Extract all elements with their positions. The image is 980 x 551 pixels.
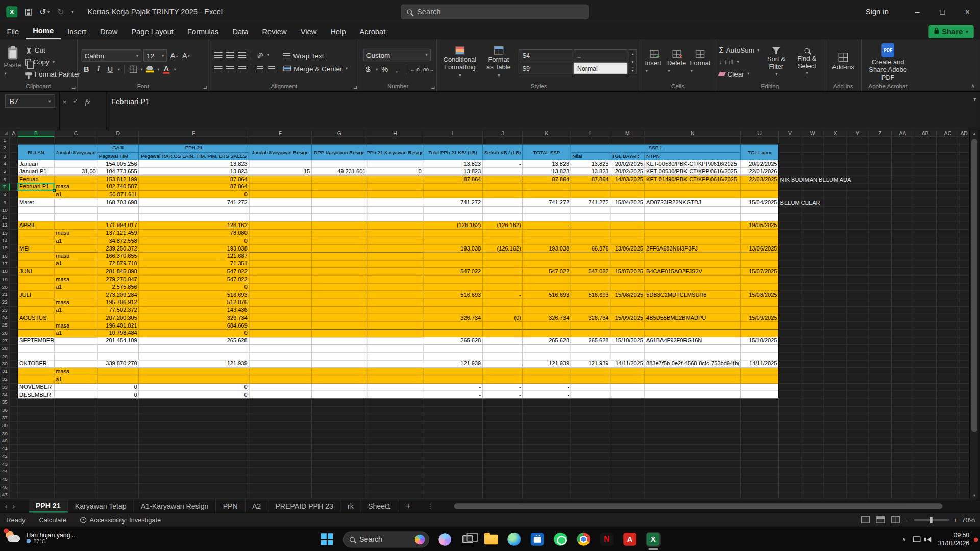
cell-L11[interactable]: [571, 214, 610, 222]
netflix-button[interactable]: N: [599, 532, 614, 546]
cell-E14[interactable]: 0: [139, 237, 249, 245]
cell-D26[interactable]: 10.798.484: [97, 330, 139, 337]
cell-F7[interactable]: [249, 183, 312, 191]
cell-H6[interactable]: [368, 176, 423, 183]
column-header-z[interactable]: Z: [869, 130, 892, 137]
cell-U8[interactable]: [741, 191, 779, 198]
cell-H28[interactable]: [368, 345, 423, 353]
cell-H7[interactable]: [368, 183, 423, 191]
cell-H22[interactable]: [368, 299, 423, 307]
cell-F26[interactable]: [249, 330, 312, 337]
row-header-37[interactable]: 37: [0, 414, 10, 422]
row-header-35[interactable]: 35: [0, 399, 10, 407]
cell-C31[interactable]: masa: [55, 368, 98, 375]
cell-K23[interactable]: [523, 307, 571, 314]
add-ins-button[interactable]: Add-ins: [829, 53, 857, 71]
column-header-ad[interactable]: AD: [959, 130, 969, 137]
cell-J21[interactable]: -: [483, 291, 523, 298]
cell-J10[interactable]: [483, 206, 523, 214]
row-header-5[interactable]: 5: [0, 168, 10, 176]
cell-H29[interactable]: [368, 353, 423, 360]
cell-J19[interactable]: [483, 276, 523, 283]
cell-B28[interactable]: [18, 345, 55, 353]
comma-style-button[interactable]: ,: [391, 64, 402, 75]
number-format-select[interactable]: Custom▾: [363, 49, 431, 62]
cell-E21[interactable]: 516.693: [139, 291, 249, 298]
cell-D12[interactable]: 171.994.017: [97, 222, 139, 230]
cell-E25[interactable]: 684.669: [139, 322, 249, 330]
cell-C28[interactable]: [55, 345, 98, 353]
row-header-24[interactable]: 24: [0, 314, 10, 322]
cell-N7[interactable]: [645, 183, 741, 191]
cell-H8[interactable]: [368, 191, 423, 198]
cell-B17[interactable]: [18, 260, 55, 268]
cell-N23[interactable]: [645, 307, 741, 314]
font-dialog-launcher[interactable]: [204, 86, 207, 89]
save-button[interactable]: [25, 9, 32, 15]
cell-U23[interactable]: [741, 307, 779, 314]
cell-F12[interactable]: [249, 222, 312, 230]
increase-decimal-button[interactable]: ←.0: [410, 64, 420, 75]
cell-D24[interactable]: 207.200.305: [97, 314, 139, 322]
align-left-button[interactable]: [213, 63, 223, 74]
row-header-28[interactable]: 28: [0, 345, 10, 353]
cell-B9[interactable]: Maret: [18, 198, 55, 206]
sheet-tab-a2[interactable]: A2: [245, 499, 268, 513]
cell-I22[interactable]: [423, 299, 483, 307]
zoom-slider-thumb[interactable]: [930, 517, 933, 523]
cell-M26[interactable]: [610, 330, 645, 337]
page-break-view-button[interactable]: [891, 516, 899, 523]
paste-button[interactable]: Paste ▾: [4, 47, 21, 76]
cell-F19[interactable]: [249, 276, 312, 283]
taskbar-search[interactable]: Search: [342, 531, 429, 547]
cell-B26[interactable]: [18, 330, 55, 337]
cell-U9[interactable]: 15/04/2025: [741, 198, 779, 206]
cell-E13[interactable]: 78.080: [139, 230, 249, 237]
cell-D22[interactable]: 195.706.912: [97, 299, 139, 307]
cell-C17[interactable]: a1: [55, 260, 98, 268]
cell-J8[interactable]: [483, 191, 523, 198]
cell-J16[interactable]: [483, 253, 523, 260]
row-header-39[interactable]: 39: [0, 430, 10, 437]
cell-K30[interactable]: 121.939: [523, 360, 571, 368]
cell-L22[interactable]: [571, 299, 610, 307]
row-header-1[interactable]: 1: [0, 137, 10, 145]
zoom-slider[interactable]: [914, 519, 949, 520]
format-as-table-button[interactable]: Format as Table▾: [482, 46, 514, 77]
formula-input[interactable]: Februari-P1: [111, 94, 149, 108]
cell-C30[interactable]: [55, 360, 98, 368]
cell-C11[interactable]: [55, 214, 98, 222]
cell-N27[interactable]: A61BA4F92F0RG16N: [645, 337, 741, 345]
cell-G7[interactable]: [312, 183, 368, 191]
cell-J22[interactable]: [483, 299, 523, 307]
cell-G8[interactable]: [312, 191, 368, 198]
cell-M7[interactable]: [610, 183, 645, 191]
alignment-dialog-launcher[interactable]: [354, 86, 357, 89]
cell-C10[interactable]: [55, 206, 98, 214]
cell-E31[interactable]: [139, 368, 249, 375]
cell-C2[interactable]: Jumlah Karyawan: [55, 145, 98, 160]
cell-D29[interactable]: [97, 353, 139, 360]
cell-B27[interactable]: SEPTEMBER: [18, 337, 55, 345]
delete-cells-button[interactable]: × Delete ▾: [667, 50, 686, 74]
cell-H34[interactable]: [368, 391, 423, 399]
cell-M12[interactable]: [610, 222, 645, 230]
cell-J11[interactable]: [483, 214, 523, 222]
cell-U29[interactable]: [741, 353, 779, 360]
cell-D31[interactable]: [97, 368, 139, 375]
row-header-18[interactable]: 18: [0, 268, 10, 276]
cell-C25[interactable]: masa: [55, 322, 98, 330]
cell-F28[interactable]: [249, 345, 312, 353]
italic-button[interactable]: I: [93, 64, 104, 75]
cell-L25[interactable]: [571, 322, 610, 330]
cell-C4[interactable]: [55, 160, 98, 168]
underline-button[interactable]: U: [105, 64, 115, 75]
cell-M21[interactable]: 15/08/2025: [610, 291, 645, 298]
cell-J4[interactable]: -: [483, 160, 523, 168]
cell-I8[interactable]: [423, 191, 483, 198]
cell-M31[interactable]: [610, 368, 645, 375]
cell-H31[interactable]: [368, 368, 423, 375]
edge-button[interactable]: [506, 532, 521, 546]
cell-J9[interactable]: -: [483, 198, 523, 206]
cell-J17[interactable]: [483, 260, 523, 268]
